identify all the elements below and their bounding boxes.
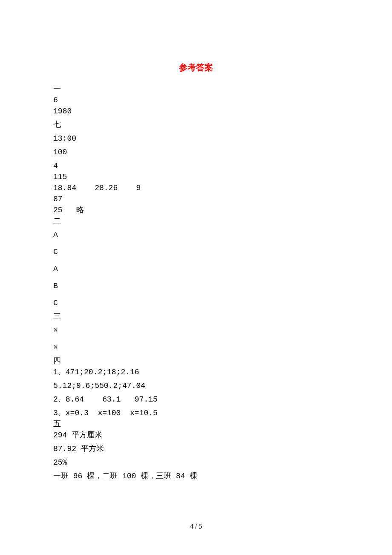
answer-line: 18.84 28.26 9 (53, 184, 339, 192)
answer-line: B (53, 282, 339, 290)
answer-line: 4 (53, 162, 339, 170)
answer-line: 5.12;9.6;550.2;47.04 (53, 382, 339, 390)
answer-line: A (53, 265, 339, 273)
answer-line: 25 略 (53, 206, 339, 214)
section-header-2: 二 (53, 217, 339, 225)
answer-line: 294 平方厘米 (53, 431, 339, 439)
answer-line: 87.92 平方米 (53, 445, 339, 453)
answer-line: 一班 96 棵，二班 100 棵，三班 84 棵 (53, 472, 339, 480)
section-header-5: 五 (53, 420, 339, 428)
answer-line: 25% (53, 459, 339, 466)
answer-line: × (53, 327, 339, 334)
document-page: 参考答案 一 6 1980 七 13:00 100 4 115 18.84 28… (53, 62, 339, 486)
answer-line: 87 (53, 195, 339, 203)
answer-line: 1980 (53, 107, 339, 115)
answer-line: 2、8.64 63.1 97.15 (53, 396, 339, 403)
page-number: 4 / 5 (0, 523, 392, 530)
answer-line: 3、x=0.3 x=100 x=10.5 (53, 409, 339, 417)
answer-line: 115 (53, 173, 339, 181)
answer-line: 100 (53, 148, 339, 156)
answer-line: C (53, 299, 339, 307)
section-header-4: 四 (53, 357, 339, 365)
answer-line: C (53, 248, 339, 256)
answer-line: × (53, 344, 339, 351)
answer-line: 6 (53, 96, 339, 104)
page-title: 参考答案 (53, 62, 339, 73)
answer-line: 13:00 (53, 135, 339, 142)
section-header-3: 三 (53, 313, 339, 321)
section-header-1: 一 (53, 85, 339, 93)
answer-line: 七 (53, 121, 339, 129)
answer-line: 1、471;20.2;18;2.16 (53, 368, 339, 376)
answer-line: A (53, 231, 339, 239)
